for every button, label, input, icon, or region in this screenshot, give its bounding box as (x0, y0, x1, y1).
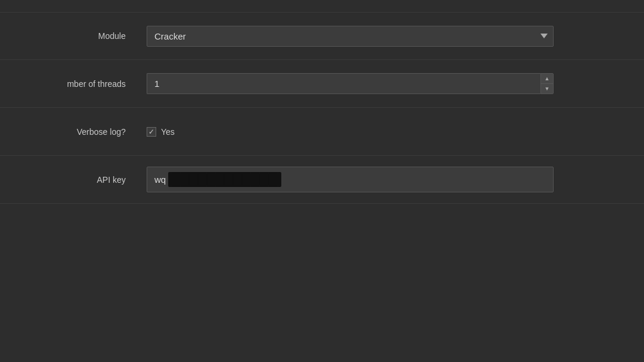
module-label: Module (0, 31, 138, 41)
module-select[interactable]: Cracker Scanner Bruteforce (147, 26, 554, 47)
verbose-label: Verbose log? (0, 127, 138, 137)
api-key-prefix: wq (154, 174, 166, 185)
threads-decrement-button[interactable]: ▼ (541, 84, 553, 93)
verbose-checkbox[interactable]: ✓ (147, 127, 156, 137)
threads-spinner-buttons: ▲ ▼ (540, 73, 554, 94)
api-key-display: wq ████████████ (147, 167, 554, 192)
threads-row: mber of threads ▲ ▼ (0, 60, 644, 108)
verbose-control: ✓ Yes (138, 120, 644, 144)
verbose-yes-label: Yes (161, 127, 175, 137)
api-key-redacted: ████████████ (168, 172, 281, 187)
api-key-row: API key wq ████████████ (0, 156, 644, 204)
module-select-wrapper: Cracker Scanner Bruteforce (147, 26, 554, 47)
api-key-label: API key (0, 175, 138, 185)
checkmark-icon: ✓ (148, 128, 154, 136)
threads-control: ▲ ▼ (138, 66, 644, 101)
threads-input[interactable] (147, 73, 540, 94)
verbose-row: Verbose log? ✓ Yes (0, 108, 644, 156)
threads-increment-button[interactable]: ▲ (541, 74, 553, 84)
threads-label: mber of threads (0, 79, 138, 89)
module-row: Module Cracker Scanner Bruteforce (0, 12, 644, 60)
api-key-control: wq ████████████ (138, 159, 644, 200)
module-control: Cracker Scanner Bruteforce (138, 19, 644, 54)
verbose-checkbox-area: ✓ Yes (147, 127, 635, 137)
settings-form: Module Cracker Scanner Bruteforce mber o… (0, 0, 644, 362)
threads-spinner-wrapper: ▲ ▼ (147, 73, 554, 94)
